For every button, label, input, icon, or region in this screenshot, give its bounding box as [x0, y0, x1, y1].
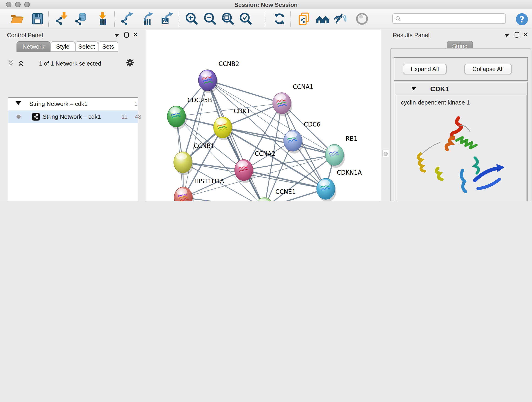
node-label-CCNA2: CCNA2 [255, 150, 275, 157]
node-CCNE1[interactable]: CCNE1 [255, 188, 296, 201]
edge-CCNB2-RB1[interactable] [208, 80, 335, 155]
node-CCNB1[interactable]: CCNB1 [174, 143, 215, 175]
network-selected-info: 1 of 1 Network selected [2, 60, 138, 67]
control-panel-close-icon[interactable]: ✕ [133, 32, 138, 38]
control-panel-collapse-icon[interactable] [114, 34, 119, 37]
edge-CDK1-RB1[interactable] [223, 128, 335, 155]
protein-detail-box: cyclin-dependent kinase 1 [396, 95, 526, 201]
node-label-CDC6: CDC6 [304, 121, 321, 128]
node-label-RB1: RB1 [346, 135, 357, 142]
zoom-out-icon[interactable] [203, 12, 217, 26]
node-label-CCNA1: CCNA1 [293, 83, 313, 90]
help-icon[interactable]: ? [515, 12, 529, 26]
node-label-CCNB2: CCNB2 [219, 61, 239, 67]
import-network-icon[interactable] [55, 12, 68, 26]
expand-all-button[interactable]: Expand All [403, 64, 447, 74]
node-label-CCNE1: CCNE1 [275, 188, 296, 195]
edge-CCNA2-CDKN1A[interactable] [244, 170, 326, 189]
network-share-icon [32, 113, 40, 121]
collection-expand-icon[interactable] [16, 101, 21, 105]
open-session-icon[interactable] [10, 12, 24, 26]
tab-network[interactable]: Network [17, 41, 51, 52]
window-title: Session: New Session [0, 1, 532, 8]
show-hidden-icon[interactable] [355, 12, 369, 26]
edge-CCNB2-CCNA1[interactable] [208, 80, 282, 103]
first-neighbors-icon[interactable] [316, 12, 329, 26]
export-network-icon[interactable] [120, 12, 134, 26]
node-label-CDKN1A: CDKN1A [337, 169, 362, 176]
main-toolbar: ? [0, 9, 532, 29]
network-canvas[interactable]: CCNB2CCNA1CDC25BCDK1CDC6RB1CCNB1CCNA2HIS… [146, 30, 381, 201]
results-content-box: CDK1 cyclin-dependent kinase 1 [394, 82, 528, 201]
tab-select[interactable]: Select [75, 41, 98, 52]
export-image-icon[interactable] [160, 12, 174, 26]
protein-description: cyclin-dependent kinase 1 [401, 99, 470, 106]
results-panel-collapse-icon[interactable] [505, 34, 509, 37]
network-node-count: 11 [121, 113, 128, 120]
toolbar-separator [114, 12, 114, 27]
network-row-label: String Network – cdk1 [43, 113, 101, 120]
network-list: String Network – cdk1 1 String Network –… [8, 97, 138, 201]
svg-text:?: ? [519, 14, 525, 25]
search-input[interactable] [403, 14, 505, 24]
tab-sets[interactable]: Sets [98, 41, 118, 52]
search-icon [395, 16, 401, 22]
network-edge-count: 48 [135, 113, 141, 120]
protein-symbol: CDK1 [430, 85, 449, 93]
node-label-HIST1H1A: HIST1H1A [194, 178, 224, 185]
protein-header-row[interactable]: CDK1 [394, 83, 527, 95]
protein-collapse-icon[interactable] [412, 87, 416, 90]
import-network-from-database-icon[interactable] [75, 12, 89, 26]
control-panel: Control Panel ✕ NetworkStyleSelectSets 1… [2, 29, 138, 201]
search-field[interactable] [392, 13, 506, 24]
collapse-all-button[interactable]: Collapse All [464, 64, 512, 74]
toolbar-separator [290, 12, 291, 27]
toolbar-separator [179, 12, 179, 27]
refresh-icon[interactable] [273, 12, 286, 26]
toolbar-separator [48, 12, 49, 27]
node-RB1[interactable]: RB1 [325, 135, 357, 168]
node-label-CDK1: CDK1 [234, 108, 250, 115]
node-label-CCNB1: CCNB1 [194, 143, 215, 149]
edge-HIST1H1A-CCNE1[interactable] [183, 198, 264, 201]
network-options-gear-icon[interactable] [125, 58, 135, 68]
results-buttons-box: Expand All Collapse All [394, 57, 528, 81]
collection-label: String Network – cdk1 [29, 100, 88, 107]
protein-structure-image [408, 113, 513, 200]
node-label-CDC25B: CDC25B [187, 97, 212, 104]
application-window: Session: New Session [0, 0, 532, 201]
control-panel-float-icon[interactable] [124, 32, 129, 38]
network-row-selected[interactable]: String Network – cdk1 11 48 [8, 110, 138, 123]
duplicate-network-icon[interactable] [297, 12, 311, 26]
node-CDKN1A[interactable]: CDKN1A [317, 169, 362, 201]
control-panel-title: Control Panel [7, 32, 43, 38]
results-panel-title: Results Panel [393, 32, 429, 38]
zoom-fit-icon[interactable] [221, 12, 234, 26]
network-collection-row[interactable]: String Network – cdk1 1 [8, 99, 138, 111]
node-HIST1H1A[interactable]: HIST1H1A [174, 178, 224, 201]
title-bar: Session: New Session [0, 0, 532, 9]
zoom-in-icon[interactable] [185, 12, 198, 26]
network-status-dot [17, 115, 21, 119]
toolbar-separator [265, 12, 265, 27]
zoom-selected-icon[interactable] [239, 12, 253, 26]
string-results-container: Expand All Collapse All CDK1 cyclin-depe… [390, 48, 531, 201]
collection-count: 1 [134, 100, 138, 107]
results-panel-float-icon[interactable] [515, 32, 519, 38]
tab-style[interactable]: Style [51, 41, 75, 52]
node-CCNA1[interactable]: CCNA1 [273, 83, 313, 116]
import-table-icon[interactable] [95, 12, 109, 26]
hide-selection-icon[interactable] [333, 12, 346, 26]
results-panel-close-icon[interactable]: ✕ [523, 32, 528, 38]
save-session-icon[interactable] [31, 12, 44, 26]
export-table-icon[interactable] [140, 12, 154, 26]
crosslinks-heading: CrossLinks [403, 201, 436, 201]
